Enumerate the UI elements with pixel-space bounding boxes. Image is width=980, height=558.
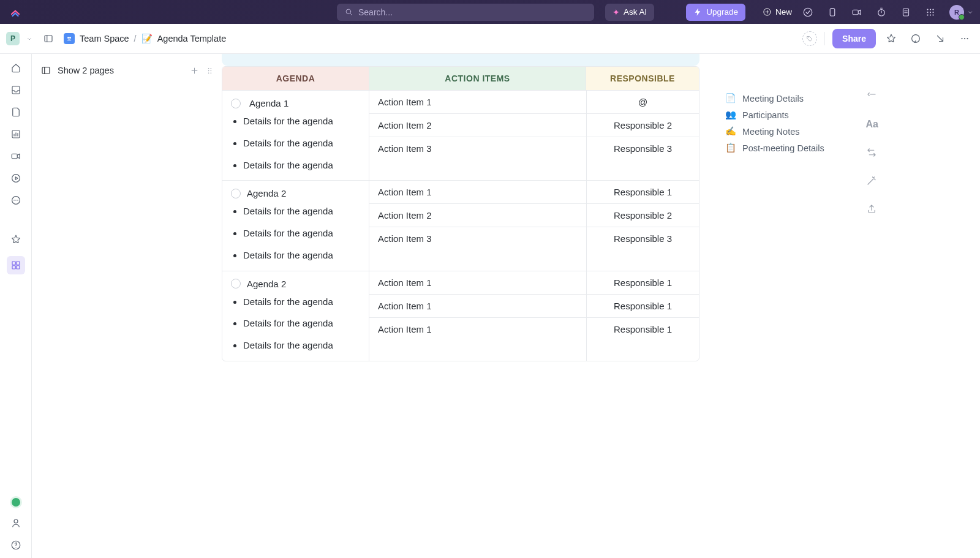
people-icon [66, 35, 73, 42]
chevron-down-icon[interactable] [967, 9, 974, 16]
list-item[interactable]: Details for the agen­da [243, 205, 347, 218]
breadcrumb-space[interactable]: Team Space [80, 34, 129, 43]
workspace-chip[interactable]: P [6, 32, 20, 45]
outline-item[interactable]: 📄 Meeting Details [725, 93, 889, 104]
star-icon [886, 33, 897, 44]
more-button[interactable] [956, 29, 974, 48]
list-item[interactable]: Details for the agen­da [243, 227, 347, 240]
favorites-rail-icon[interactable] [10, 234, 21, 245]
breadcrumb-doc[interactable]: Agenda Template [157, 34, 227, 43]
arrow-down-right-icon [935, 33, 946, 44]
list-item[interactable]: Details for the agen­da [243, 159, 347, 172]
action-item[interactable]: Action Item 1 [369, 91, 586, 114]
action-item[interactable]: Action Item 2 [369, 204, 586, 227]
svg-rect-37 [42, 67, 50, 74]
video-icon[interactable] [851, 7, 862, 18]
tags-button[interactable] [802, 31, 817, 46]
radio-icon[interactable] [231, 189, 241, 198]
doc-emoji: 📝 [141, 34, 153, 44]
responsible-value[interactable]: Responsible 1 [587, 318, 699, 341]
new-label: New [775, 7, 792, 17]
app-logo[interactable] [6, 7, 24, 18]
list-item[interactable]: Details for the agen­da [243, 295, 347, 309]
svg-point-35 [14, 519, 18, 523]
convert-icon[interactable] [866, 147, 877, 158]
sidebar-toggle-button[interactable] [39, 29, 58, 48]
responsible-value[interactable]: Responsible 2 [587, 114, 699, 137]
pages-panel: Show 2 pages [32, 54, 222, 558]
drag-handle-icon[interactable] [205, 66, 214, 75]
action-item[interactable]: Action Item 1 [369, 181, 586, 204]
show-pages-label[interactable]: Show 2 pages [58, 66, 184, 75]
agenda-table: AGENDA ACTION ITEMS RESPONSIBLE Agenda 1… [222, 66, 699, 361]
chevron-down-icon[interactable] [26, 34, 33, 43]
action-item[interactable]: Action Item 2 [369, 114, 586, 137]
radio-icon[interactable] [231, 279, 241, 288]
outline-emoji: 📄 [725, 93, 736, 104]
plus-icon[interactable] [190, 66, 199, 75]
upgrade-button[interactable]: Upgrade [686, 4, 745, 21]
new-button[interactable]: New [763, 7, 792, 17]
status-indicator[interactable] [12, 498, 20, 507]
agenda-cell[interactable]: Agenda 2 Details for the agen­da Details… [222, 271, 369, 361]
avatar[interactable]: R [949, 5, 964, 20]
list-item[interactable]: Details for the agen­da [243, 339, 347, 352]
download-button[interactable] [931, 29, 949, 48]
responsible-value[interactable]: Responsible 3 [587, 137, 699, 160]
apps-grid-icon[interactable] [925, 7, 936, 18]
stopwatch-icon[interactable] [876, 7, 887, 18]
svg-point-38 [208, 67, 209, 69]
list-item[interactable]: Details for the agen­da [243, 317, 347, 330]
svg-rect-33 [12, 266, 15, 269]
action-item[interactable]: Action Item 3 [369, 227, 586, 250]
agenda-cell[interactable]: Agenda 2 Details for the agen­da Details… [222, 181, 369, 270]
list-item[interactable]: Details for the agen­da [243, 137, 347, 150]
responsible-value[interactable]: Responsible 1 [587, 295, 699, 318]
help-icon[interactable] [10, 540, 21, 551]
outline-item[interactable]: ✍️ Meeting Notes [725, 126, 889, 137]
clipboard-icon[interactable] [827, 7, 838, 18]
outline-item[interactable]: 👥 Participants [725, 110, 889, 120]
svg-point-15 [932, 14, 933, 15]
agenda-cell[interactable]: Agenda 1 Details for the agen­da Details… [222, 91, 369, 180]
action-item[interactable]: Action Item 1 [369, 271, 586, 295]
collapse-icon[interactable] [866, 91, 877, 102]
list-item[interactable]: Details for the agen­da [243, 115, 347, 128]
outline-item[interactable]: 📋 Post-meeting Details [725, 143, 889, 153]
action-item[interactable]: Action Item 3 [369, 137, 586, 160]
home-icon[interactable] [10, 62, 21, 74]
responsible-value[interactable]: Responsible 1 [587, 271, 699, 295]
export-icon[interactable] [866, 203, 877, 214]
ask-ai-label: Ask AI [624, 7, 647, 17]
ask-ai-button[interactable]: ✦ Ask AI [605, 4, 654, 21]
notepad-icon[interactable] [900, 7, 911, 18]
action-item[interactable]: Action Item 1 [369, 295, 586, 318]
list-item[interactable]: Details for the agen­da [243, 249, 347, 262]
spaces-rail-button[interactable] [7, 256, 25, 274]
radio-icon[interactable] [231, 99, 241, 108]
responsible-value[interactable]: Responsible 3 [587, 227, 699, 250]
check-circle-icon[interactable] [802, 7, 813, 18]
invite-icon[interactable] [10, 518, 21, 529]
search-input[interactable]: Search... [337, 4, 594, 21]
timesheets-icon[interactable] [10, 173, 21, 184]
font-icon[interactable]: Aa [866, 119, 878, 130]
responsible-value[interactable]: Responsible 2 [587, 204, 699, 227]
sparkle-icon: ✦ [612, 7, 620, 17]
panel-left-icon[interactable] [40, 65, 51, 76]
clips-icon[interactable] [10, 151, 21, 162]
inbox-icon[interactable] [10, 85, 21, 96]
docs-icon[interactable] [10, 107, 21, 118]
favorite-button[interactable] [882, 29, 900, 48]
more-rail-icon[interactable] [10, 195, 21, 206]
svg-point-19 [809, 37, 809, 38]
comments-button[interactable] [907, 29, 925, 48]
dashboard-icon[interactable] [10, 129, 21, 140]
responsible-value[interactable]: @ [587, 91, 699, 114]
outline-label: Meeting Notes [742, 127, 800, 137]
responsible-value[interactable]: Responsible 1 [587, 181, 699, 204]
wand-icon[interactable] [866, 175, 877, 186]
action-item[interactable]: Action Item 1 [369, 318, 586, 341]
share-button[interactable]: Share [832, 29, 876, 48]
th-responsible: RESPONSIBLE [586, 67, 699, 90]
